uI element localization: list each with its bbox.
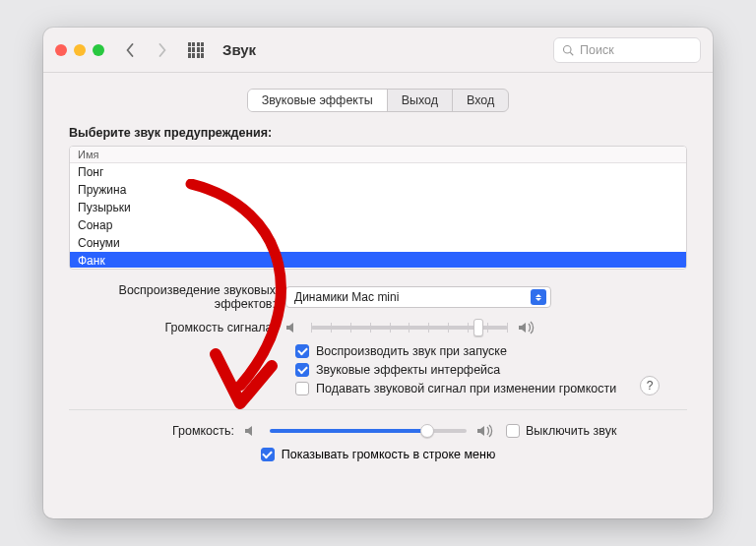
tab-sound-effects[interactable]: Звуковые эффекты: [248, 90, 387, 111]
sound-prefs-window: Звук Поиск Звуковые эффекты Выход Вход В…: [43, 28, 713, 518]
checkbox-ui-effects[interactable]: Звуковые эффекты интерфейса: [295, 363, 687, 377]
back-button[interactable]: [118, 36, 142, 64]
speaker-high-icon: [518, 321, 537, 334]
maximize-icon[interactable]: [93, 44, 104, 56]
minimize-icon[interactable]: [74, 44, 86, 56]
list-column-header: Имя: [70, 147, 686, 163]
forward-button[interactable]: [150, 36, 173, 64]
list-item[interactable]: Сонар: [70, 216, 686, 234]
checkbox-show-in-menubar[interactable]: Показывать громкость в строке меню: [69, 448, 687, 461]
checkbox-icon: [295, 344, 309, 358]
svg-line-1: [570, 52, 573, 55]
checkbox-icon: [506, 424, 520, 438]
playback-device-label: Воспроизведение звуковых эффектов:: [69, 283, 285, 311]
checkbox-icon: [295, 363, 309, 377]
tab-output[interactable]: Выход: [387, 90, 452, 111]
content: Звуковые эффекты Выход Вход Выберите зву…: [43, 73, 713, 483]
speaker-high-icon: [476, 424, 496, 438]
list-item[interactable]: Сонуми: [70, 234, 686, 252]
checkbox-icon: [295, 382, 309, 395]
playback-device-select[interactable]: Динамики Mac mini: [285, 286, 551, 308]
checkbox-play-on-startup[interactable]: Воспроизводить звук при запуске: [295, 344, 687, 358]
titlebar: Звук Поиск: [43, 28, 713, 73]
help-button[interactable]: ?: [640, 376, 660, 395]
svg-point-0: [564, 45, 572, 53]
show-all-prefs-icon[interactable]: [183, 37, 209, 63]
output-volume-slider[interactable]: [270, 429, 467, 433]
segmented-control: Звуковые эффекты Выход Вход: [247, 89, 510, 112]
checkbox-volume-feedback[interactable]: Подавать звуковой сигнал при изменении г…: [295, 382, 687, 395]
alert-sounds-list[interactable]: Имя ПонгПружинаПузырькиСонарСонумиФанк: [69, 146, 687, 270]
playback-device-value: Динамики Mac mini: [294, 290, 399, 304]
alert-volume-slider[interactable]: [311, 326, 508, 330]
checkbox-label: Выключить звук: [526, 424, 616, 438]
divider: [69, 409, 687, 410]
tab-input[interactable]: Вход: [452, 90, 508, 111]
checkbox-label: Показывать громкость в строке меню: [282, 448, 496, 461]
checkbox-mute[interactable]: Выключить звук: [506, 424, 616, 438]
checkbox-label: Подавать звуковой сигнал при изменении г…: [316, 382, 616, 395]
checkbox-label: Воспроизводить звук при запуске: [316, 344, 507, 358]
chevron-updown-icon: [531, 289, 546, 305]
speaker-low-icon: [244, 424, 260, 438]
search-input[interactable]: Поиск: [553, 37, 701, 63]
search-placeholder: Поиск: [580, 43, 614, 57]
window-title: Звук: [222, 41, 256, 58]
list-item[interactable]: Понг: [70, 163, 686, 181]
checkbox-label: Звуковые эффекты интерфейса: [316, 363, 500, 377]
list-item[interactable]: Фанк: [70, 252, 686, 268]
checkbox-icon: [261, 448, 275, 461]
speaker-low-icon: [285, 321, 301, 334]
window-controls: [55, 44, 104, 56]
output-volume-label: Громкость:: [69, 424, 244, 438]
close-icon[interactable]: [55, 44, 67, 56]
list-item[interactable]: Пружина: [70, 181, 686, 199]
alert-sound-label: Выберите звук предупреждения:: [69, 126, 687, 140]
tabs: Звуковые эффекты Выход Вход: [69, 89, 687, 112]
list-item[interactable]: Пузырьки: [70, 199, 686, 216]
alert-volume-label: Громкость сигнала:: [69, 321, 285, 334]
search-icon: [562, 44, 574, 56]
